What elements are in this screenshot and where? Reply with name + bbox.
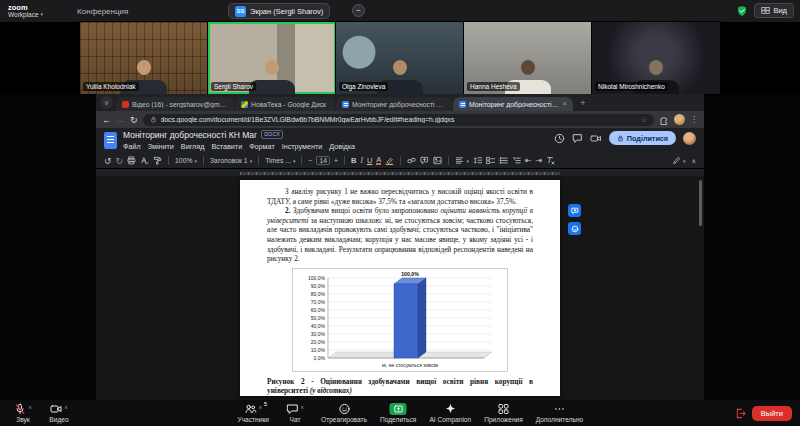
minimize-share-button[interactable]: − — [352, 4, 365, 17]
participants-options-chevron[interactable]: ∧ — [258, 404, 262, 410]
spellcheck-icon[interactable] — [140, 156, 149, 165]
insert-image-icon[interactable] — [433, 156, 442, 165]
undo-icon[interactable]: ↺ — [104, 156, 112, 166]
security-shield-icon[interactable] — [736, 5, 748, 17]
bookmark-star-icon[interactable]: ☆ — [640, 115, 647, 124]
document-page[interactable]: З аналізу рисунку 1 не важко пересвідчит… — [240, 180, 560, 396]
figure-caption: Рисунок 2 - Оцінювання здобувачами вищої… — [267, 377, 533, 396]
share-screen-button[interactable]: Поделиться — [380, 403, 416, 423]
tab-conference[interactable]: Конференция — [77, 7, 128, 16]
zoom-titlebar: zoom Workplace▾ Конференция SS Экран (Se… — [0, 0, 800, 22]
tab-search-button[interactable]: ∨ — [100, 96, 113, 109]
leave-button[interactable]: Выйти — [752, 406, 792, 421]
align-icon[interactable]: ▾ — [455, 156, 469, 165]
tab-shared-screen[interactable]: SS Экран (Sergii Sharov) — [228, 3, 330, 19]
drive-tab-favicon — [241, 101, 248, 108]
comments-icon[interactable] — [572, 133, 583, 144]
font-size-increase[interactable]: + — [334, 157, 338, 164]
browser-menu-icon[interactable]: ⋮ — [690, 115, 698, 124]
figure-2-chart[interactable]: 100,0% 90,0% 80,0% 70,0% 60,0% 50,0% 40,… — [292, 268, 508, 372]
add-comment-button[interactable] — [568, 204, 581, 217]
docs-header: Моніторинг доброчесності КН Маг DOCX Фай… — [96, 128, 704, 153]
paragraph-style-select[interactable]: Заголовок 1▾ — [210, 157, 252, 164]
participant-video-2-active-speaker[interactable]: Sergii Sharov — [208, 22, 336, 94]
participants-button[interactable]: 5 ∧ Участники — [237, 403, 269, 423]
underline-button[interactable]: U — [367, 156, 372, 165]
zoom-select[interactable]: 100%▾ — [175, 157, 197, 164]
browser-tab-3[interactable]: Моніторинг доброчесності К... — [336, 97, 452, 111]
ai-companion-button[interactable]: AI Companion — [429, 403, 471, 423]
redo-icon[interactable]: ↻ — [116, 156, 124, 166]
clear-formatting-icon[interactable] — [546, 156, 555, 165]
doc-title[interactable]: Моніторинг доброчесності КН Маг — [123, 130, 257, 140]
editing-mode-button[interactable]: ▾ — [672, 156, 686, 165]
svg-text:50,0%: 50,0% — [311, 315, 326, 321]
address-bar[interactable]: docs.google.com/document/d/1Be3ZVLGlBdw6… — [143, 114, 654, 126]
menu-file[interactable]: Файл — [123, 142, 141, 151]
participant-video-5[interactable]: Nikolai Miroshnichenko — [592, 22, 720, 94]
indent-decrease-icon[interactable]: ⇤ — [525, 156, 532, 165]
numbered-list-icon[interactable] — [512, 156, 521, 165]
document-canvas: З аналізу рисунку 1 не важко пересвідчит… — [96, 176, 704, 400]
reactions-button[interactable]: Отреагировать — [321, 403, 367, 423]
docs-toolbar: ↺ ↻ 100%▾ Заголовок 1▾ Times ...▾ − 14 +… — [96, 153, 704, 169]
audio-button[interactable]: ∧ Звук — [10, 403, 36, 423]
new-tab-button[interactable]: + — [577, 97, 589, 109]
apps-button[interactable]: Приложения — [484, 403, 523, 423]
scrollbar[interactable] — [699, 180, 702, 226]
workplace-logo-text: Workplace — [8, 11, 39, 18]
meet-camera-icon[interactable] — [590, 133, 602, 144]
chat-options-chevron[interactable]: ∧ — [300, 404, 304, 410]
video-button[interactable]: ∧ Видео — [46, 403, 72, 423]
chat-button[interactable]: ∧ Чат — [282, 403, 308, 423]
participant-video-4[interactable]: Hanna Hesheva — [464, 22, 592, 94]
menu-insert[interactable]: Вставити — [211, 142, 242, 151]
hide-menus-icon[interactable]: ∧ — [692, 157, 696, 164]
video-tab-favicon — [122, 101, 129, 108]
bulleted-list-icon[interactable] — [499, 156, 508, 165]
svg-text:40,0%: 40,0% — [311, 323, 326, 329]
paint-format-icon[interactable] — [153, 156, 162, 165]
menu-view[interactable]: Вигляд — [181, 142, 205, 151]
browser-tab-2[interactable]: НоваТека - Google Диск — [235, 97, 335, 111]
bold-button[interactable]: B — [351, 156, 356, 165]
italic-button[interactable]: I — [360, 156, 363, 165]
browser-tab-1[interactable]: Відео (16) - sergsharov@gma... — [116, 97, 234, 111]
font-size-decrease[interactable]: − — [308, 157, 312, 164]
checklist-icon[interactable] — [486, 156, 495, 165]
insert-link-icon[interactable] — [407, 156, 416, 165]
more-button[interactable]: Дополнительно — [536, 403, 583, 423]
menu-help[interactable]: Довідка — [329, 142, 355, 151]
view-button[interactable]: Вид — [754, 3, 794, 18]
extensions-puzzle-icon[interactable] — [659, 115, 669, 125]
version-history-icon[interactable] — [554, 133, 565, 144]
browser-profile-avatar[interactable] — [674, 114, 685, 125]
docs-tab-favicon — [459, 101, 466, 108]
menu-tools[interactable]: Інструменти — [282, 142, 323, 151]
share-button[interactable]: Поділитися — [609, 131, 676, 145]
share-screen-active-icon — [390, 403, 407, 415]
google-docs-icon[interactable] — [104, 132, 117, 149]
text-color-button[interactable]: A — [376, 156, 381, 165]
add-emoji-reaction-button[interactable] — [568, 222, 581, 235]
audio-options-chevron[interactable]: ∧ — [28, 404, 32, 410]
browser-tab-active[interactable]: Моніторинг доброчесності К... × — [453, 97, 573, 111]
participant-video-3[interactable]: Olga Zinovieva — [336, 22, 464, 94]
account-avatar[interactable] — [683, 132, 696, 145]
print-icon[interactable] — [127, 156, 136, 165]
add-comment-icon[interactable] — [420, 156, 429, 165]
menu-format[interactable]: Формат — [249, 142, 275, 151]
share-button-label: Поділитися — [627, 134, 668, 143]
video-options-chevron[interactable]: ∧ — [64, 404, 68, 410]
participant-video-1[interactable]: Yuliia Kholodniak — [80, 22, 208, 94]
more-dots-icon — [554, 403, 566, 415]
svg-text:0,0%: 0,0% — [314, 355, 326, 361]
line-spacing-icon[interactable] — [473, 156, 482, 165]
highlight-color-icon[interactable] — [385, 156, 394, 165]
font-select[interactable]: Times ...▾ — [265, 157, 295, 164]
chat-icon — [286, 403, 298, 415]
indent-increase-icon[interactable]: ⇥ — [536, 156, 543, 165]
zoom-workplace-window: zoom Workplace▾ Конференция SS Экран (Se… — [0, 0, 800, 426]
menu-edit[interactable]: Змінити — [148, 142, 174, 151]
font-size-value[interactable]: 14 — [316, 156, 330, 165]
